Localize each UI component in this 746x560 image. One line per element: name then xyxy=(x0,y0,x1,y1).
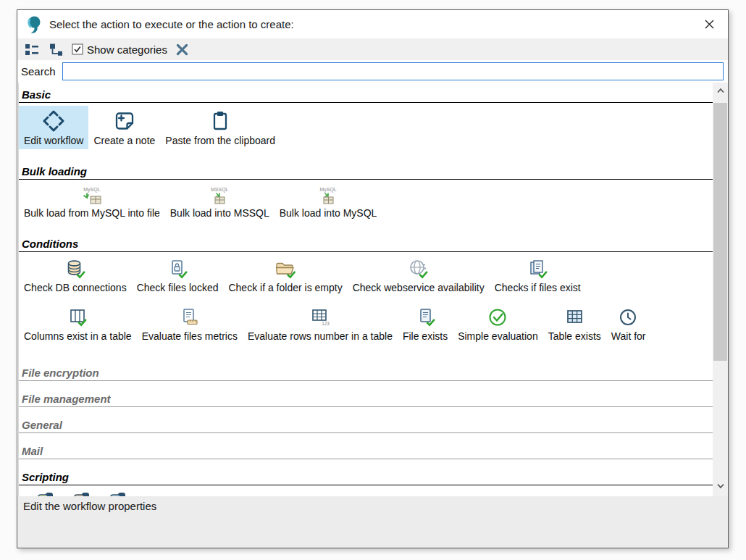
close-icon[interactable] xyxy=(701,16,718,33)
scrollbar-thumb[interactable] xyxy=(713,103,727,361)
green-check-circle-icon xyxy=(487,307,508,328)
action-label: Checks if files exist xyxy=(495,282,581,294)
shell-script-icon[interactable]: > xyxy=(72,491,91,496)
action-label: Check files locked xyxy=(137,282,219,294)
dialog-titlebar: Select the action to execute or the acti… xyxy=(17,10,728,38)
action-label: Bulk load into MSSQL xyxy=(170,207,269,220)
category-row-scripting: JS > SQL xyxy=(19,485,713,496)
db-mini-label: MySQL xyxy=(319,186,336,193)
mssql-bulk-load-in-icon xyxy=(206,193,232,205)
action-list-content: Basic Edit workflow xyxy=(18,83,713,496)
mysql-bulk-load-out-icon xyxy=(79,193,105,205)
action-simple-evaluation[interactable]: Simple evaluation xyxy=(453,304,543,345)
category-header-bulk-loading: Bulk loading xyxy=(19,165,713,180)
vertical-scrollbar[interactable] xyxy=(713,83,728,496)
select-action-dialog: Select the action to execute or the acti… xyxy=(17,9,729,548)
search-row: Search xyxy=(17,60,728,83)
edit-workflow-icon xyxy=(42,109,65,133)
action-label: Edit workflow xyxy=(24,135,83,147)
file-check-icon xyxy=(415,307,436,328)
clipboard-icon xyxy=(209,109,232,133)
webservice-check-icon xyxy=(408,259,429,280)
javascript-script-icon[interactable]: JS xyxy=(36,491,55,496)
file-metrics-icon xyxy=(179,307,200,328)
show-categories-checkbox[interactable]: Show categories xyxy=(72,43,167,56)
action-wait-for[interactable]: Wait for xyxy=(606,304,651,345)
action-label: Columns exist in a table xyxy=(24,330,132,343)
sql-script-icon[interactable]: SQL xyxy=(109,491,127,496)
table-rows-count-icon: 123 xyxy=(309,307,331,328)
category-row-conditions-2: Columns exist in a table Evaluate files … xyxy=(19,301,713,349)
action-edit-workflow[interactable]: Edit workflow xyxy=(19,106,88,149)
tree-view-icon[interactable] xyxy=(47,41,65,58)
action-bulk-load-into-mssql[interactable]: MSSQL Bulk load into MSSQL xyxy=(165,183,274,222)
files-stack-check-icon xyxy=(527,259,548,280)
clear-search-icon[interactable] xyxy=(174,41,190,58)
action-bulk-load-from-mysql-into-file[interactable]: MySQL Bulk load from MySQL into file xyxy=(19,183,165,222)
checkbox-checked-icon xyxy=(72,43,83,55)
action-label: Create a note xyxy=(93,135,155,147)
category-row-bulk-loading: MySQL Bulk load from MySQL into file MSS… xyxy=(19,180,713,226)
action-evaluate-rows-number-in-a-table[interactable]: 123 Evaluate rows number in a table xyxy=(243,304,398,345)
create-note-icon xyxy=(113,109,136,133)
action-label: Bulk load from MySQL into file xyxy=(24,207,160,220)
file-lock-check-icon xyxy=(167,259,188,280)
action-file-exists[interactable]: File exists xyxy=(398,304,453,345)
action-label: Check DB connections xyxy=(24,282,127,294)
action-label: Simple evaluation xyxy=(458,330,538,343)
action-checks-if-files-exist[interactable]: Checks if files exist xyxy=(490,255,586,296)
action-check-files-locked[interactable]: Check files locked xyxy=(132,255,224,296)
category-header-file-encryption: File encryption xyxy=(19,367,713,381)
action-bulk-load-into-mysql[interactable]: MySQL Bulk load into MySQL xyxy=(274,183,382,222)
action-create-a-note[interactable]: Create a note xyxy=(88,106,160,149)
mysql-bulk-load-in-icon xyxy=(315,193,341,205)
action-label: Evaluate rows number in a table xyxy=(248,330,393,343)
action-label: File exists xyxy=(403,330,448,343)
dialog-title: Select the action to execute or the acti… xyxy=(49,18,294,30)
action-label: Wait for xyxy=(611,330,646,343)
action-evaluate-files-metrics[interactable]: Evaluate files metrics xyxy=(137,304,243,345)
category-row-basic: Edit workflow Create a note xyxy=(19,103,713,154)
scroll-up-icon[interactable] xyxy=(713,84,728,96)
action-label: Evaluate files metrics xyxy=(142,330,238,343)
action-label: Paste from the clipboard xyxy=(165,135,275,147)
action-columns-exist-in-a-table[interactable]: Columns exist in a table xyxy=(19,304,137,345)
category-header-mail: Mail xyxy=(19,445,713,459)
category-header-file-management: File management xyxy=(19,393,713,407)
database-check-icon xyxy=(64,259,85,280)
category-header-conditions: Conditions xyxy=(19,238,713,252)
list-view-icon[interactable] xyxy=(22,41,41,58)
clock-icon xyxy=(618,307,639,328)
category-header-basic: Basic xyxy=(19,88,713,103)
action-check-db-connections[interactable]: Check DB connections xyxy=(19,255,132,296)
table-columns-check-icon xyxy=(67,307,88,328)
action-label: Check webservice availability xyxy=(353,282,485,294)
db-mini-label: MSSQL xyxy=(211,186,229,193)
action-table-exists[interactable]: Table exists xyxy=(543,304,606,345)
category-header-general: General xyxy=(19,419,713,433)
category-header-scripting: Scripting xyxy=(19,471,713,485)
search-input[interactable] xyxy=(62,62,724,80)
action-label: Check if a folder is empty xyxy=(228,282,342,294)
action-check-if-a-folder-is-empty[interactable]: Check if a folder is empty xyxy=(223,255,347,296)
action-list: Basic Edit workflow xyxy=(17,83,728,496)
svg-text:123: 123 xyxy=(322,321,330,326)
db-mini-label: MySQL xyxy=(83,186,100,193)
folder-check-icon xyxy=(274,259,296,280)
status-bar: Edit the workflow properties xyxy=(17,496,728,548)
table-grid-icon xyxy=(564,307,585,328)
hop-logo-icon xyxy=(27,15,42,33)
category-row-conditions-1: Check DB connections Check files locked xyxy=(19,252,713,301)
show-categories-label: Show categories xyxy=(87,43,167,56)
dialog-toolbar: Show categories xyxy=(17,38,728,60)
status-text: Edit the workflow properties xyxy=(23,500,156,512)
action-label: Table exists xyxy=(548,330,601,343)
action-label: Bulk load into MySQL xyxy=(280,207,377,220)
action-check-webservice-availability[interactable]: Check webservice availability xyxy=(348,255,490,296)
action-paste-from-the-clipboard[interactable]: Paste from the clipboard xyxy=(160,106,280,149)
search-label: Search xyxy=(21,65,56,78)
scroll-down-icon[interactable] xyxy=(713,480,728,492)
